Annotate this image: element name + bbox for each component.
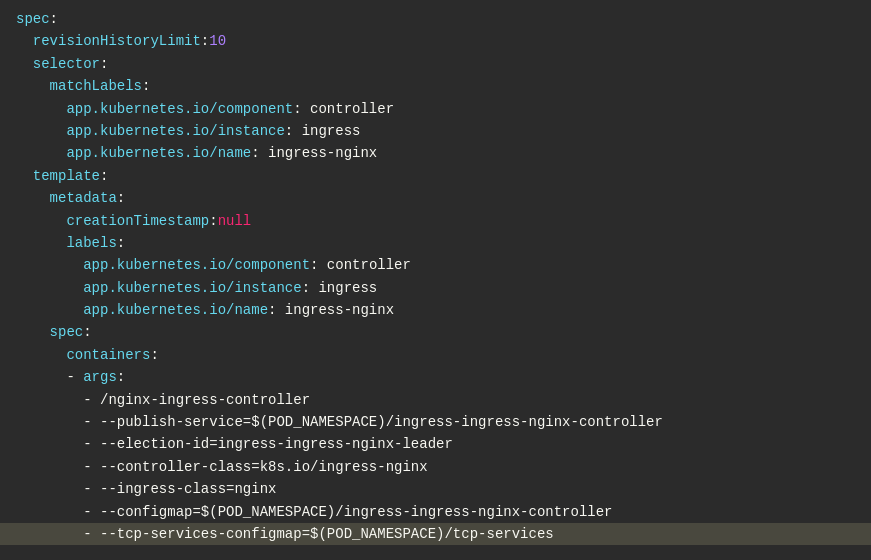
code-line: creationTimestamp: null	[0, 210, 871, 232]
code-line: - --election-id=ingress-ingress-nginx-le…	[0, 433, 871, 455]
code-line: spec:	[0, 321, 871, 343]
code-line: - --publish-service=$(POD_NAMESPACE)/ing…	[0, 411, 871, 433]
code-line: - --ingress-class=nginx	[0, 478, 871, 500]
code-line: matchLabels:	[0, 75, 871, 97]
code-editor: spec: revisionHistoryLimit: 10 selector:…	[0, 0, 871, 560]
code-line: template:	[0, 165, 871, 187]
code-line: - /nginx-ingress-controller	[0, 389, 871, 411]
code-line: - --configmap=$(POD_NAMESPACE)/ingress-i…	[0, 501, 871, 523]
code-line: labels:	[0, 232, 871, 254]
code-line: metadata:	[0, 187, 871, 209]
code-line: - args:	[0, 366, 871, 388]
code-line: - --controller-class=k8s.io/ingress-ngin…	[0, 456, 871, 478]
code-line: spec:	[0, 8, 871, 30]
code-line: selector:	[0, 53, 871, 75]
code-line: - --tcp-services-configmap=$(POD_NAMESPA…	[0, 523, 871, 545]
code-line: app.kubernetes.io/component: controller	[0, 254, 871, 276]
code-line: revisionHistoryLimit: 10	[0, 30, 871, 52]
code-line: containers:	[0, 344, 871, 366]
code-line: app.kubernetes.io/name: ingress-nginx	[0, 299, 871, 321]
code-line: app.kubernetes.io/name: ingress-nginx	[0, 142, 871, 164]
code-line: app.kubernetes.io/instance: ingress	[0, 277, 871, 299]
code-line: app.kubernetes.io/instance: ingress	[0, 120, 871, 142]
code-line: app.kubernetes.io/component: controller	[0, 98, 871, 120]
